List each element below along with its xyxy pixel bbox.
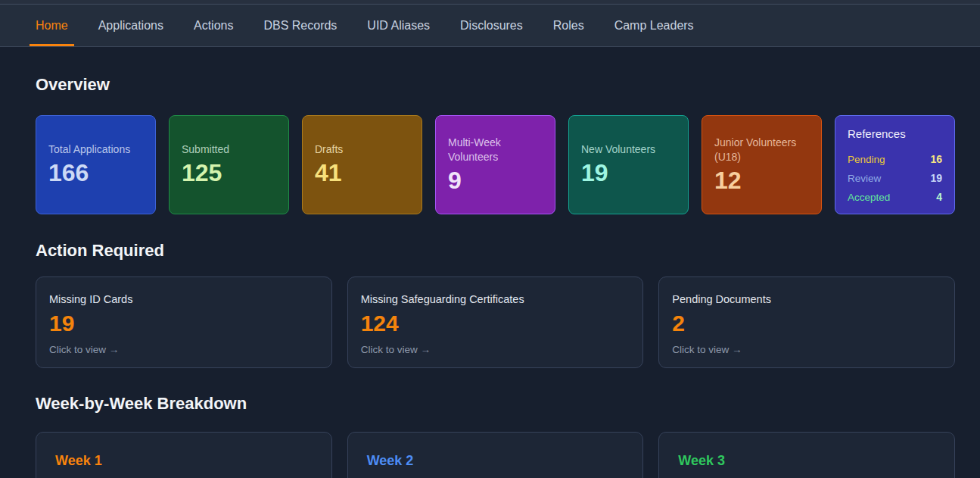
action-card-missing-safeguarding-certificates[interactable]: Missing Safeguarding Certificates 124 Cl… (347, 276, 644, 368)
week-card-3: Week 3 (658, 432, 955, 478)
stat-value: 125 (182, 158, 276, 187)
main-nav: Home Applications Actions DBS Records UI… (0, 4, 980, 47)
stat-card-drafts: Drafts 41 (302, 115, 422, 214)
overview-stat-grid: Total Applications 166 Submitted 125 Dra… (36, 115, 955, 214)
action-label: Missing ID Cards (49, 292, 319, 307)
week-title: Week 1 (55, 452, 313, 469)
ref-label: Review (848, 172, 881, 186)
ref-value: 16 (930, 152, 942, 166)
week-card-1: Week 1 (36, 432, 332, 478)
week-breakdown-heading: Week-by-Week Breakdown (36, 394, 955, 414)
ref-label: Accepted (848, 191, 890, 205)
stat-card-junior-volunteers: Junior Volunteers (U18) 12 (702, 115, 822, 214)
overview-heading: Overview (36, 75, 955, 95)
stat-card-total-applications: Total Applications 166 (36, 115, 156, 214)
action-value: 124 (361, 310, 630, 337)
stat-label: New Volunteers (581, 142, 676, 157)
click-to-view-link[interactable]: Click to view → (361, 343, 630, 357)
nav-item-actions[interactable]: Actions (188, 5, 239, 46)
references-row-accepted: Accepted 4 (848, 190, 942, 205)
click-to-view-link[interactable]: Click to view → (672, 343, 941, 357)
action-card-missing-id-cards[interactable]: Missing ID Cards 19 Click to view → (36, 276, 332, 368)
nav-item-home[interactable]: Home (30, 5, 74, 46)
references-card: References Pending 16 Review 19 Accepted… (835, 115, 955, 214)
action-grid: Missing ID Cards 19 Click to view → Miss… (36, 276, 955, 368)
nav-item-dbs-records[interactable]: DBS Records (257, 5, 343, 46)
stat-value: 19 (581, 158, 676, 187)
week-grid: Week 1 Week 2 Week 3 (36, 432, 955, 478)
action-required-heading: Action Required (36, 241, 955, 261)
stat-value: 12 (714, 166, 809, 195)
ref-value: 19 (930, 171, 942, 185)
nav-item-applications[interactable]: Applications (92, 5, 170, 46)
week-card-2: Week 2 (347, 432, 644, 478)
stat-value: 9 (448, 166, 543, 195)
action-card-pending-documents[interactable]: Pending Documents 2 Click to view → (658, 276, 955, 368)
nav-item-disclosures[interactable]: Disclosures (454, 5, 529, 46)
references-row-review: Review 19 (848, 171, 942, 186)
ref-value: 4 (936, 190, 942, 204)
week-title: Week 2 (367, 452, 624, 469)
stat-label: Total Applications (48, 142, 143, 157)
dashboard: Overview Total Applications 166 Submitte… (0, 75, 980, 478)
week-title: Week 3 (678, 452, 935, 469)
stat-card-multi-week-volunteers: Multi-Week Volunteers 9 (435, 115, 555, 214)
stat-label: Submitted (182, 142, 276, 157)
stat-card-new-volunteers: New Volunteers 19 (568, 115, 689, 214)
stat-label: Drafts (315, 142, 409, 157)
nav-item-roles[interactable]: Roles (547, 5, 590, 46)
action-label: Missing Safeguarding Certificates (361, 292, 630, 307)
stat-label: Multi-Week Volunteers (448, 136, 543, 164)
click-to-view-link[interactable]: Click to view → (49, 343, 319, 357)
action-value: 2 (672, 310, 941, 337)
references-title: References (848, 127, 942, 142)
stat-card-submitted: Submitted 125 (169, 115, 289, 214)
nav-item-camp-leaders[interactable]: Camp Leaders (608, 5, 700, 46)
stat-value: 41 (315, 158, 409, 187)
stat-label: Junior Volunteers (U18) (714, 136, 809, 164)
references-row-pending: Pending 16 (848, 152, 942, 167)
action-label: Pending Documents (672, 292, 941, 307)
ref-label: Pending (848, 153, 885, 167)
nav-item-uid-aliases[interactable]: UID Aliases (361, 5, 436, 46)
stat-value: 166 (48, 158, 143, 187)
action-value: 19 (49, 310, 319, 337)
